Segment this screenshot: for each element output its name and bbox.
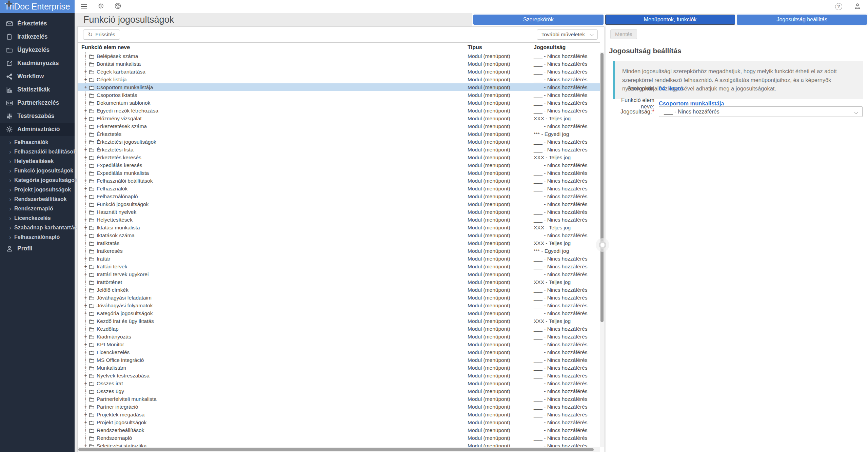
expand-toggle-icon[interactable]: + (83, 342, 88, 347)
expand-toggle-icon[interactable]: + (83, 93, 88, 98)
tab[interactable]: Szerepkörök (473, 15, 604, 25)
expand-toggle-icon[interactable]: + (83, 404, 88, 409)
expand-toggle-icon[interactable]: + (83, 116, 88, 121)
expand-toggle-icon[interactable]: + (83, 61, 88, 66)
sidebar-subitem[interactable]: › Szabadnap karbantartás (0, 223, 75, 232)
table-row[interactable]: + Érkeztetési lista Modul (menüpont) ___… (78, 146, 600, 153)
table-row[interactable]: + Iratkeresés Modul (menüpont) *** - Egy… (78, 247, 600, 255)
table-row[interactable]: + Érkeztetés Modul (menüpont) *** - Egye… (78, 130, 600, 138)
table-row[interactable]: + Licenckezelés Modul (menüpont) ___ - N… (78, 348, 600, 356)
table-row[interactable]: + MS Office integráció Modul (menüpont) … (78, 356, 600, 364)
column-header-type[interactable]: Típus (468, 43, 482, 52)
horizontal-scrollbar-thumb[interactable] (78, 448, 594, 451)
expand-toggle-icon[interactable]: + (83, 334, 88, 339)
table-row[interactable]: + Projekt jogosultságok Modul (menüpont)… (78, 418, 600, 426)
sidebar-item[interactable]: Érkeztetés (0, 17, 75, 30)
table-row[interactable]: + Összes ügy Modul (menüpont) ___ - Ninc… (78, 387, 600, 395)
expand-toggle-icon[interactable]: + (83, 77, 88, 82)
table-row[interactable]: + Csoportom munkalistája Modul (menüpont… (78, 83, 600, 91)
table-row[interactable]: + KPI Monitor Modul (menüpont) ___ - Nin… (78, 341, 600, 348)
help-icon[interactable]: ? (835, 3, 842, 10)
expand-toggle-icon[interactable]: + (83, 311, 88, 316)
expand-toggle-icon[interactable]: + (83, 326, 88, 331)
panel-splitter-handle[interactable] (599, 241, 606, 249)
expand-toggle-icon[interactable]: + (83, 435, 88, 440)
sidebar-subitem[interactable]: › Projekt jogosultságok (0, 185, 75, 194)
table-row[interactable]: + Partner integráció Modul (menüpont) __… (78, 403, 600, 411)
table-row[interactable]: + Érkeztetés keresés Modul (menüpont) XX… (78, 153, 600, 161)
expand-toggle-icon[interactable]: + (83, 357, 88, 363)
table-row[interactable]: + Expediálás keresés Modul (menüpont) __… (78, 161, 600, 169)
table-row[interactable]: + Nyelvek testreszabása Modul (menüpont)… (78, 372, 600, 379)
sidebar-item[interactable]: Partnerkezelés (0, 96, 75, 109)
expand-toggle-icon[interactable]: + (83, 163, 88, 168)
jogosultsag-select[interactable]: ___ - Nincs hozzáférés (659, 106, 863, 117)
expand-toggle-icon[interactable]: + (83, 85, 88, 90)
column-header-permission[interactable]: Jogosultság (534, 43, 566, 52)
expand-toggle-icon[interactable]: + (83, 69, 88, 74)
expand-toggle-icon[interactable]: + (83, 365, 88, 370)
sidebar-item[interactable]: Workflow (0, 70, 75, 83)
vertical-scrollbar-thumb[interactable] (600, 53, 604, 322)
expand-toggle-icon[interactable]: + (83, 155, 88, 160)
table-row[interactable]: + Expediálás munkalista Modul (menüpont)… (78, 169, 600, 177)
table-row[interactable]: + Irattörténet Modul (menüpont) XXX - Te… (78, 278, 600, 286)
expand-toggle-icon[interactable]: + (83, 272, 88, 277)
expand-toggle-icon[interactable]: + (83, 319, 88, 324)
table-row[interactable]: + Belépések száma Modul (menüpont) ___ -… (78, 52, 600, 60)
user-icon[interactable] (852, 0, 863, 13)
expand-toggle-icon[interactable]: + (83, 202, 88, 207)
expand-toggle-icon[interactable]: + (83, 287, 88, 292)
expand-toggle-icon[interactable]: + (83, 264, 88, 269)
sidebar-item[interactable]: Ügykezelés (0, 43, 75, 57)
expand-toggle-icon[interactable]: + (83, 248, 88, 253)
table-row[interactable]: + Helyettesítések Modul (menüpont) ___ -… (78, 216, 600, 224)
table-row[interactable]: + Cégek listája Modul (menüpont) ___ - N… (78, 76, 600, 83)
sidebar-subitem[interactable]: › Funkció jogosultságok (0, 166, 75, 176)
expand-toggle-icon[interactable]: + (83, 373, 88, 378)
expand-toggle-icon[interactable]: + (83, 233, 88, 238)
expand-toggle-icon[interactable]: + (83, 194, 88, 199)
expand-toggle-icon[interactable]: + (83, 350, 88, 355)
sidebar-subitem[interactable]: › Rendszerbeállítások (0, 194, 75, 204)
table-row[interactable]: + Iktatások száma Modul (menüpont) ___ -… (78, 231, 600, 239)
more-actions-button[interactable]: További műveletek (537, 29, 598, 40)
sidebar-subitem[interactable]: › Kategória jogosultságok (0, 176, 75, 185)
expand-toggle-icon[interactable]: + (83, 241, 88, 246)
table-row[interactable]: + Kategória jogosultságok Modul (menüpon… (78, 309, 600, 317)
table-row[interactable]: + Használt nyelvek Modul (menüpont) ___ … (78, 208, 600, 216)
sidebar-subitem[interactable]: › Felhasználónapló (0, 232, 75, 242)
funkcio-value-link[interactable]: Csoportom munkalistája (659, 100, 724, 107)
sidebar-subitem[interactable]: › Rendszernapló (0, 204, 75, 213)
table-row[interactable]: + Egyedi mezők létrehozása Modul (menüpo… (78, 107, 600, 115)
table-row[interactable]: + Selejtezési statisztika Modul (menüpon… (78, 442, 600, 447)
table-row[interactable]: + Jóváhagyási feladataim Modul (menüpont… (78, 294, 600, 302)
tab[interactable]: Menüpontok, funkciók (605, 15, 735, 25)
tab[interactable]: Jogosultság beállítás (737, 15, 867, 25)
expand-toggle-icon[interactable]: + (83, 54, 88, 59)
table-row[interactable]: + Jóváhagyási folyamatok Modul (menüpont… (78, 302, 600, 309)
table-row[interactable]: + Munkalistám Modul (menüpont) ___ - Nin… (78, 364, 600, 372)
refresh-button[interactable]: ↻ Frissítés (83, 29, 120, 40)
expand-toggle-icon[interactable]: + (83, 131, 88, 137)
expand-toggle-icon[interactable]: + (83, 217, 88, 222)
expand-toggle-icon[interactable]: + (83, 225, 88, 230)
sidebar-subitem[interactable]: › Felhasználók (0, 138, 75, 147)
table-row[interactable]: + Rendszerbeállítások Modul (menüpont) _… (78, 426, 600, 434)
table-row[interactable]: + Kezdőlap Modul (menüpont) ___ - Nincs … (78, 325, 600, 333)
table-row[interactable]: + Cégek karbantartása Modul (menüpont) _… (78, 68, 600, 76)
expand-toggle-icon[interactable]: + (83, 412, 88, 417)
expand-toggle-icon[interactable]: + (83, 100, 88, 105)
sidebar-item[interactable]: Kiadmányozás (0, 57, 75, 70)
expand-toggle-icon[interactable]: + (83, 170, 88, 176)
expand-toggle-icon[interactable]: + (83, 303, 88, 308)
table-row[interactable]: + Kezdő irat és ügy iktatás Modul (menüp… (78, 317, 600, 325)
expand-toggle-icon[interactable]: + (83, 295, 88, 300)
sidebar-item-profil[interactable]: Profil (0, 243, 75, 254)
expand-toggle-icon[interactable]: + (83, 209, 88, 214)
expand-toggle-icon[interactable]: + (83, 420, 88, 425)
table-row[interactable]: + Összes irat Modul (menüpont) ___ - Nin… (78, 379, 600, 387)
table-row[interactable]: + Jelölő címkék Modul (menüpont) ___ - N… (78, 286, 600, 294)
expand-toggle-icon[interactable]: + (83, 280, 88, 285)
expand-toggle-icon[interactable]: + (83, 108, 88, 113)
